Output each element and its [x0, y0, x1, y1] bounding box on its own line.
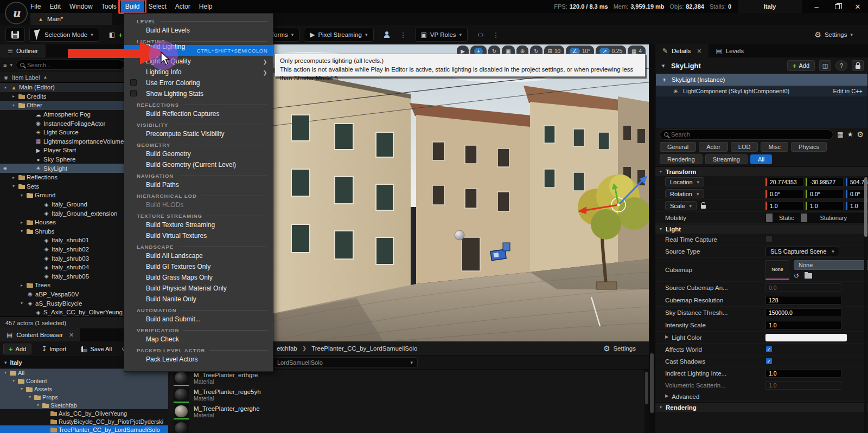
indirect-lighting-input[interactable]: 1.0	[765, 369, 841, 378]
cubemap-dropdown[interactable]: None▾	[794, 260, 868, 270]
minimize-button[interactable]: –	[806, 0, 827, 13]
toolbar-overflow-dots[interactable]: ⋮	[400, 31, 407, 39]
outliner-row[interactable]: ▾ Sets	[0, 182, 128, 191]
eye-icon[interactable]: ◉	[0, 75, 12, 80]
build-menu-entry[interactable]: AUTOMATION	[124, 305, 273, 314]
scale-y-input[interactable]: 1.0	[806, 202, 844, 210]
affects-world-checkbox[interactable]: ✓	[765, 346, 773, 353]
build-menu-entry[interactable]: Build Paths	[124, 179, 273, 190]
menubar-item[interactable]: Select	[144, 0, 170, 13]
outliner-row[interactable]: ▸ Trees	[0, 281, 128, 290]
outliner-row[interactable]: Italy_shrub04	[0, 263, 128, 272]
outliner-row[interactable]: Italy_shrub03	[0, 254, 128, 263]
help-button[interactable]: ?	[835, 60, 847, 71]
filter-chip[interactable]: LOD	[731, 142, 758, 152]
sort-arrow-icon[interactable]: ▲	[43, 75, 47, 80]
light-color-swatch[interactable]	[765, 334, 847, 341]
build-menu-entry[interactable]: Precompute Static Visibility	[124, 128, 273, 139]
breadcrumb-item[interactable]: TreePlanter_CC_by_LordSamueliSolo❯	[311, 345, 427, 352]
menubar-item[interactable]: Edit	[45, 0, 65, 13]
outliner-row[interactable]: Player Start	[0, 146, 128, 155]
outliner-row[interactable]: Light Source	[0, 128, 128, 137]
settings-dropdown[interactable]: ⚙Settings▾	[809, 28, 858, 42]
build-menu-entry[interactable]: Use Error Coloring	[124, 77, 273, 88]
sky-distance-threshold-input[interactable]: 150000.0	[765, 308, 841, 317]
filter-chip[interactable]: General	[660, 142, 696, 152]
filter-chip[interactable]: Streaming	[705, 154, 748, 164]
outliner-column-header[interactable]: ◉ Item Label ▲	[0, 72, 128, 83]
folder-row[interactable]: ▾ Props	[0, 393, 168, 401]
vp-roles-dropdown[interactable]: ▣VP Roles▾	[415, 28, 468, 42]
build-menu-entry[interactable]: REFLECTIONS	[124, 99, 273, 108]
tab-levels[interactable]: ▤ Levels	[709, 44, 751, 57]
details-scrollbar[interactable]	[864, 176, 867, 433]
build-menu-entry[interactable]: Build Texture Streaming	[124, 219, 273, 230]
outliner-row[interactable]: LightmassImportanceVolume	[0, 137, 128, 146]
build-menu-entry[interactable]: LEVEL	[124, 16, 273, 25]
build-menu-entry[interactable]: VISIBILITY	[124, 119, 273, 128]
build-menu-entry[interactable]: Build Geometry	[124, 148, 273, 159]
chevron-down-icon[interactable]: ▾	[10, 62, 12, 68]
browse-icon[interactable]	[805, 273, 812, 279]
build-menu-entry[interactable]: Build Nanite Only	[124, 294, 273, 305]
outliner-row[interactable]: SkyLight	[0, 164, 128, 173]
mobility-option[interactable]: Static	[766, 214, 807, 222]
section-rendering[interactable]: ▾Rendering	[655, 402, 868, 412]
outliner-row[interactable]: ▾ Ground	[0, 191, 128, 200]
toolbar-overflow-dots[interactable]: ⋮	[492, 31, 500, 39]
filter-chip[interactable]: Rendering	[660, 154, 703, 164]
outliner-search[interactable]	[16, 60, 125, 70]
import-button[interactable]: ↧Import	[36, 344, 72, 354]
filter-chip[interactable]: Misc	[761, 142, 788, 152]
asset-row[interactable]: M_TreePlanter_rgerghe Material	[174, 403, 649, 420]
breadcrumb-item[interactable]: etchfab❯	[277, 345, 307, 352]
filter-icon[interactable]: ≡	[3, 62, 7, 68]
add-component-button[interactable]: +Add	[787, 60, 815, 71]
outliner-row[interactable]: ▾ Other	[0, 101, 128, 110]
component-row-lightcomponent[interactable]: LightComponent (SkyLightComponent0) Edit…	[656, 86, 867, 96]
build-menu-entry[interactable]: Build Reflection Captures	[124, 108, 273, 119]
panel-divider-scrollbar[interactable]	[649, 44, 655, 433]
outliner-row[interactable]: ▸ Houses	[0, 218, 128, 227]
blueprint-icon-button[interactable]: ◫	[819, 60, 831, 71]
asset-row[interactable]: M_TreePlanter_rege5yh Material	[174, 386, 649, 403]
folder-row[interactable]: ▾ Content	[0, 377, 168, 385]
filter-chip[interactable]: All	[750, 154, 772, 164]
outliner-row[interactable]: Italy_Ground	[0, 200, 128, 209]
menubar-item[interactable]: Tools	[97, 0, 121, 13]
outliner-row[interactable]: Italy_Ground_extension	[0, 209, 128, 218]
menubar-item[interactable]: Help	[195, 0, 217, 13]
location-dropdown[interactable]: Location▾	[665, 177, 704, 186]
real-time-capture-checkbox[interactable]	[765, 236, 773, 243]
menubar-item[interactable]: Build	[121, 0, 144, 13]
tab-details[interactable]: ✎ Details ✕	[655, 44, 709, 57]
location-x-input[interactable]: 20.774353	[765, 178, 803, 186]
restore-button[interactable]	[827, 0, 847, 13]
lock-button[interactable]	[852, 60, 864, 71]
build-menu-entry[interactable]: Build Geometry (Current Level)	[124, 159, 273, 170]
build-menu-entry[interactable]: VERIFICATION	[124, 325, 273, 334]
rotation-dropdown[interactable]: Rotation▾	[665, 189, 704, 198]
close-icon[interactable]: ✕	[69, 332, 74, 339]
row-advanced[interactable]: ▶Advanced	[655, 391, 868, 402]
tab-content-browser[interactable]: ▤ Content Browser ✕	[0, 328, 80, 341]
add-button[interactable]: +Add	[3, 344, 31, 354]
build-menu-entry[interactable]: Build All Landscape	[124, 250, 273, 261]
asset-row[interactable]: M_TreePlanter_erthgre Material	[174, 370, 649, 386]
save-button[interactable]	[5, 28, 25, 42]
grid-view-icon[interactable]: ▦	[837, 131, 843, 138]
edit-in-cpp-link[interactable]: Edit in C++	[833, 88, 863, 94]
folder-row[interactable]: TreePlanter_CC_by_LordSamueliSolo	[0, 425, 168, 433]
build-menu-entry[interactable]: Build Virtual Textures	[124, 230, 273, 241]
folder-row[interactable]: ▾ Assets	[0, 385, 168, 393]
build-menu-entry[interactable]: PACKED LEVEL ACTOR	[124, 345, 273, 354]
location-y-input[interactable]: -30.99527	[806, 178, 844, 186]
section-light[interactable]: ▾Light	[655, 224, 868, 234]
mobility-option[interactable]: Stationary	[807, 214, 860, 222]
outliner-row[interactable]: Sky Sphere	[0, 155, 128, 164]
scale-x-input[interactable]: 1.0	[765, 202, 803, 210]
outliner-search-input[interactable]	[27, 62, 120, 68]
build-menu-entry[interactable]: Build and Submit...	[124, 314, 273, 325]
rotation-x-input[interactable]: 0.0°	[765, 190, 803, 198]
use-selected-icon[interactable]: ↺	[794, 272, 799, 280]
